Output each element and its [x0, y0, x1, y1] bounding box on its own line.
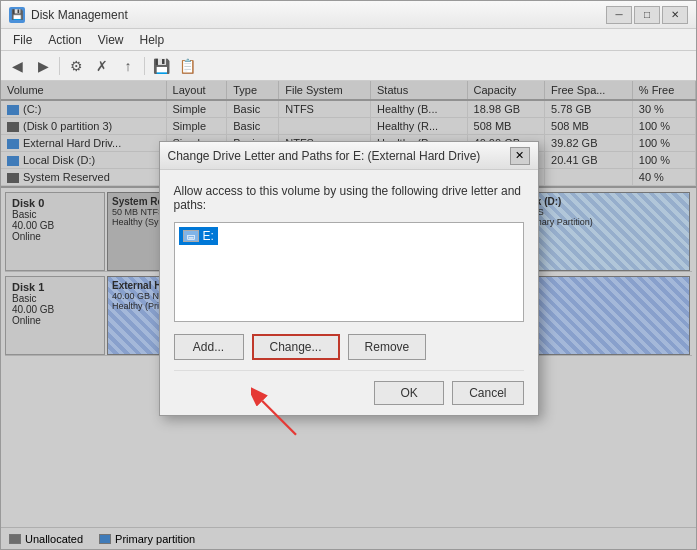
title-bar: 💾 Disk Management ─ □ ✕ — [1, 1, 696, 29]
minimize-button[interactable]: ─ — [606, 6, 632, 24]
toolbar: ◀ ▶ ⚙ ✗ ↑ 💾 📋 — [1, 51, 696, 81]
cancel-button[interactable]: Cancel — [452, 381, 523, 405]
dialog-action-buttons: Add... Change... Remove — [174, 334, 524, 360]
toolbar-separator-2 — [144, 57, 145, 75]
drive-letter-item[interactable]: 🖴 E: — [179, 227, 218, 245]
drive-small-icon: 🖴 — [183, 230, 199, 242]
delete-button[interactable]: ✗ — [90, 55, 114, 77]
menu-file[interactable]: File — [5, 31, 40, 49]
disk-button[interactable]: 💾 — [149, 55, 173, 77]
forward-button[interactable]: ▶ — [31, 55, 55, 77]
main-window: 💾 Disk Management ─ □ ✕ File Action View… — [0, 0, 697, 550]
dialog-body: Allow access to this volume by using the… — [160, 170, 538, 415]
menu-help[interactable]: Help — [132, 31, 173, 49]
close-button[interactable]: ✕ — [662, 6, 688, 24]
maximize-button[interactable]: □ — [634, 6, 660, 24]
dialog-title-bar: Change Drive Letter and Paths for E: (Ex… — [160, 142, 538, 170]
back-button[interactable]: ◀ — [5, 55, 29, 77]
remove-button[interactable]: Remove — [348, 334, 427, 360]
change-drive-letter-dialog: Change Drive Letter and Paths for E: (Ex… — [159, 141, 539, 416]
properties-button[interactable]: ⚙ — [64, 55, 88, 77]
menu-action[interactable]: Action — [40, 31, 89, 49]
clipboard-button[interactable]: 📋 — [175, 55, 199, 77]
window-controls: ─ □ ✕ — [606, 6, 688, 24]
refresh-button[interactable]: ↑ — [116, 55, 140, 77]
dialog-description: Allow access to this volume by using the… — [174, 184, 524, 212]
app-icon: 💾 — [9, 7, 25, 23]
dialog-overlay: Change Drive Letter and Paths for E: (Ex… — [1, 81, 696, 549]
ok-button[interactable]: OK — [374, 381, 444, 405]
dialog-close-button[interactable]: ✕ — [510, 147, 530, 165]
change-button[interactable]: Change... — [252, 334, 340, 360]
menu-view[interactable]: View — [90, 31, 132, 49]
title-bar-left: 💾 Disk Management — [9, 7, 128, 23]
menu-bar: File Action View Help — [1, 29, 696, 51]
toolbar-separator-1 — [59, 57, 60, 75]
add-button[interactable]: Add... — [174, 334, 244, 360]
content-area: Volume Layout Type File System Status Ca… — [1, 81, 696, 549]
drive-letter-listbox[interactable]: 🖴 E: — [174, 222, 524, 322]
dialog-ok-cancel-row: OK Cancel — [174, 370, 524, 405]
dialog-title: Change Drive Letter and Paths for E: (Ex… — [168, 149, 481, 163]
window-title: Disk Management — [31, 8, 128, 22]
drive-letter-value: E: — [203, 229, 214, 243]
